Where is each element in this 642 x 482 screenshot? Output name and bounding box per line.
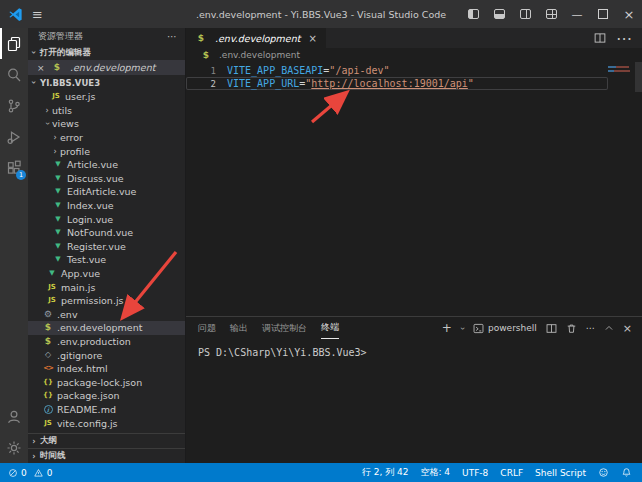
file-item-permission.js[interactable]: JSpermission.js xyxy=(28,294,185,308)
close-tab-icon[interactable]: × xyxy=(308,33,316,44)
file-item-package-lock.json[interactable]: {}package-lock.json xyxy=(28,375,185,389)
maximize-panel-icon[interactable] xyxy=(604,323,614,333)
tab-debug-console[interactable]: 调试控制台 xyxy=(262,317,307,339)
toggle-secondary-sidebar-icon[interactable] xyxy=(512,0,538,28)
breadcrumb[interactable]: $ .env.development xyxy=(186,48,642,62)
close-editor-icon[interactable]: × xyxy=(37,63,47,73)
menu-hamburger-icon[interactable]: ≡ xyxy=(32,8,43,21)
vscode-logo-icon xyxy=(8,7,23,22)
open-editor-item[interactable]: × $ .env.development xyxy=(28,60,185,75)
extensions-icon[interactable]: 1 xyxy=(0,152,28,183)
tab-label: .env.development xyxy=(215,33,300,44)
outline-section-header[interactable]: › 大纲 xyxy=(28,433,185,448)
encoding[interactable]: UTF-8 xyxy=(462,468,488,478)
vue-file-icon: ▼ xyxy=(52,188,64,195)
folder-item-views[interactable]: ›views xyxy=(28,117,185,131)
sidebar-title: 资源管理器 xyxy=(38,30,83,43)
file-label: utils xyxy=(52,105,72,116)
minimap[interactable] xyxy=(608,66,632,74)
customize-layout-icon[interactable] xyxy=(538,0,564,28)
file-item-Discuss.vue[interactable]: ▼Discuss.vue xyxy=(28,172,185,186)
explorer-sidebar: 资源管理器 ⋯ › 打开的编辑器 × $ .env.development › … xyxy=(28,28,185,463)
file-item-vite.config.js[interactable]: JSvite.config.js xyxy=(28,416,185,430)
folder-item-utils[interactable]: ›utils xyxy=(28,104,185,118)
tab-problems[interactable]: 问题 xyxy=(198,317,216,339)
file-item-Index.vue[interactable]: ▼Index.vue xyxy=(28,199,185,213)
editor-more-actions-icon[interactable]: ⋯ xyxy=(616,29,632,48)
file-item-main.js[interactable]: JSmain.js xyxy=(28,280,185,294)
more-actions-icon[interactable]: ⋯ xyxy=(167,31,177,42)
breadcrumb-filename: .env.development xyxy=(219,50,300,60)
terminal-output[interactable]: PS D:\CSharp\Yi\Yi.BBS.Vue3> xyxy=(186,339,642,358)
code-line-1: 1 VITE_APP_BASEAPI="/api-dev" xyxy=(186,64,608,77)
maximize-button[interactable] xyxy=(590,0,616,28)
bottom-panel: 问题 输出 调试控制台 终端 + › powershell xyxy=(186,316,642,463)
terminal-shell-tab[interactable]: powershell xyxy=(473,323,537,334)
file-label: .env.development xyxy=(57,322,142,333)
folder-item-profile[interactable]: ›profile xyxy=(28,144,185,158)
json-file-icon: {} xyxy=(42,379,54,386)
problems-status[interactable]: 0 0 xyxy=(8,468,52,478)
run-debug-icon[interactable] xyxy=(0,121,28,152)
feedback-smiley-icon[interactable] xyxy=(598,467,609,478)
terminal-dropdown-icon[interactable]: › xyxy=(458,326,467,329)
tab-env-development[interactable]: $ .env.development × xyxy=(186,28,326,48)
vue-file-icon: ▼ xyxy=(52,175,64,182)
settings-gear-icon[interactable] xyxy=(0,432,28,463)
code-editor[interactable]: 1 VITE_APP_BASEAPI="/api-dev" 2 VITE_APP… xyxy=(186,62,642,316)
file-label: main.js xyxy=(61,282,95,293)
shell-file-icon: $ xyxy=(42,323,54,332)
file-item-README.md[interactable]: iREADME.md xyxy=(28,403,185,417)
language-mode[interactable]: Shell Script xyxy=(535,468,586,478)
toggle-sidebar-icon[interactable] xyxy=(460,0,486,28)
editor-group: $ .env.development × ⋯ $ .env.developmen… xyxy=(185,28,642,463)
split-editor-icon[interactable] xyxy=(594,32,606,44)
file-item-.env.development[interactable]: $.env.development xyxy=(28,321,185,335)
indentation[interactable]: 空格: 4 xyxy=(420,466,450,479)
file-label: views xyxy=(52,118,79,129)
toggle-panel-icon[interactable] xyxy=(486,0,512,28)
account-icon[interactable] xyxy=(0,401,28,432)
close-panel-icon[interactable]: × xyxy=(623,322,632,335)
minimize-button[interactable]: — xyxy=(564,0,590,28)
tab-output[interactable]: 输出 xyxy=(230,317,248,339)
open-editors-header[interactable]: › 打开的编辑器 xyxy=(28,45,185,60)
file-item-package.json[interactable]: {}package.json xyxy=(28,389,185,403)
file-item-.env[interactable]: ⚙.env xyxy=(28,308,185,322)
tab-terminal[interactable]: 终端 xyxy=(321,317,339,339)
panel-more-actions-icon[interactable]: ⋯ xyxy=(586,323,595,333)
cursor-position[interactable]: 行 2, 列 42 xyxy=(362,466,409,479)
file-item-index.html[interactable]: <>index.html xyxy=(28,362,185,376)
shell-file-icon: $ xyxy=(195,34,207,43)
split-terminal-icon[interactable] xyxy=(546,323,557,334)
editor-scrollbar[interactable] xyxy=(635,62,642,92)
file-item-Login.vue[interactable]: ▼Login.vue xyxy=(28,212,185,226)
panel-tab-bar: 问题 输出 调试控制台 终端 + › powershell xyxy=(186,317,642,339)
explorer-icon[interactable] xyxy=(0,28,28,59)
file-item-Register.vue[interactable]: ▼Register.vue xyxy=(28,240,185,254)
new-terminal-icon[interactable]: + xyxy=(442,321,452,335)
file-item-EditArticle.vue[interactable]: ▼EditArticle.vue xyxy=(28,185,185,199)
source-control-icon[interactable] xyxy=(0,90,28,121)
file-item-Test.vue[interactable]: ▼Test.vue xyxy=(28,253,185,267)
folder-item-error[interactable]: ›error xyxy=(28,131,185,145)
code-line-2-current: 2 VITE_APP_URL="http://localhost:19001/a… xyxy=(186,77,608,90)
file-item-user.js[interactable]: JSuser.js xyxy=(28,90,185,104)
search-icon[interactable] xyxy=(0,59,28,90)
file-item-App.vue[interactable]: ▼App.vue xyxy=(28,267,185,281)
notifications-bell-icon[interactable] xyxy=(621,467,632,478)
file-item-Article.vue[interactable]: ▼Article.vue xyxy=(28,158,185,172)
file-label: index.html xyxy=(57,363,108,374)
sidebar-bottom-sections: › 大纲 › 时间线 xyxy=(28,433,185,463)
kill-terminal-trash-icon[interactable] xyxy=(566,323,577,334)
file-item-.env.production[interactable]: $.env.production xyxy=(28,335,185,349)
file-item-NotFound.vue[interactable]: ▼NotFound.vue xyxy=(28,226,185,240)
terminal-prompt: PS D:\CSharp\Yi\Yi.BBS.Vue3> xyxy=(198,347,367,358)
file-item-.gitignore[interactable]: ◇.gitignore xyxy=(28,348,185,362)
timeline-section-header[interactable]: › 时间线 xyxy=(28,448,185,463)
project-section-header[interactable]: › YI.BBS.VUE3 xyxy=(28,75,185,90)
url-link[interactable]: http://localhost:19001/api xyxy=(311,78,468,89)
eol-sequence[interactable]: CRLF xyxy=(500,468,523,478)
shell-file-icon: $ xyxy=(51,63,63,72)
close-button[interactable]: × xyxy=(616,0,642,28)
